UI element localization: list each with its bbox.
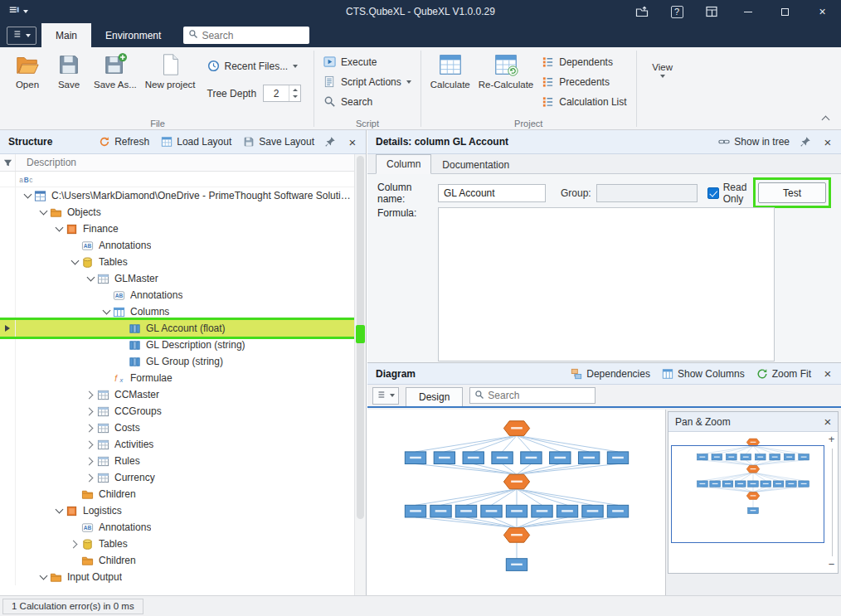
save-layout-button[interactable]: Save Layout (243, 136, 314, 148)
open-button[interactable]: Open (7, 49, 48, 90)
load-layout-button[interactable]: Load Layout (161, 136, 231, 148)
tree-item[interactable]: Children (0, 552, 354, 569)
recent-files-button[interactable]: Recent Files... (203, 56, 306, 75)
close-panel-button[interactable]: × (821, 367, 834, 380)
tree-item[interactable]: Children (0, 486, 354, 502)
pin-button[interactable] (800, 136, 811, 148)
tree-item[interactable]: Objects (0, 204, 354, 221)
expander-icon[interactable] (52, 502, 66, 519)
formula-editor[interactable] (438, 207, 775, 361)
tree-item[interactable]: Activities (0, 436, 354, 453)
close-panel-button[interactable]: × (821, 415, 834, 428)
tree-item[interactable]: GL Account (float) (0, 320, 354, 337)
application-menu-button[interactable] (7, 27, 36, 45)
test-button[interactable]: Test (758, 182, 826, 203)
ribbon-tab-main[interactable]: Main (41, 23, 91, 47)
expander-icon[interactable] (84, 453, 97, 469)
tree-item[interactable]: ABAnnotations (0, 519, 354, 536)
tree-item[interactable]: Tables (0, 254, 354, 270)
close-button[interactable]: × (804, 0, 841, 23)
filter-funnel-icon[interactable] (0, 154, 16, 171)
ribbon-search-box[interactable] (183, 27, 309, 44)
tree-depth-stepper[interactable]: 2 (263, 85, 301, 102)
tree-item[interactable]: Finance (0, 221, 354, 237)
tree-item[interactable]: GLMaster (0, 270, 354, 287)
dependencies-button[interactable]: Dependencies (571, 368, 650, 380)
diagram-menu-button[interactable] (372, 387, 399, 405)
tree-item[interactable]: Currency (0, 469, 354, 486)
tree-item[interactable]: Input Output (0, 569, 354, 585)
calculate-button[interactable]: Calculate (426, 49, 474, 90)
expander-icon[interactable] (84, 436, 97, 453)
tab-design[interactable]: Design (406, 387, 463, 406)
expander-icon[interactable] (21, 187, 34, 204)
minimize-button[interactable] (729, 0, 766, 23)
show-columns-button[interactable]: Show Columns (662, 368, 745, 380)
stepper-arrows[interactable] (289, 85, 300, 101)
expander-icon[interactable] (52, 221, 66, 237)
tree-item[interactable]: Costs (0, 420, 354, 436)
tab-column[interactable]: Column (376, 154, 431, 174)
quick-access-menu[interactable] (0, 5, 36, 19)
collapse-ribbon-button[interactable] (818, 114, 833, 125)
expander-icon[interactable] (68, 254, 81, 270)
precedents-button[interactable]: Precedents (537, 72, 630, 91)
diagram-search-input[interactable] (488, 390, 616, 401)
expander-icon[interactable] (84, 403, 97, 420)
dependents-button[interactable]: Dependents (537, 52, 630, 71)
auto-filter-row[interactable]: aBc (0, 172, 354, 187)
expander-icon[interactable] (36, 204, 50, 221)
script-actions-button[interactable]: Script Actions (319, 72, 416, 91)
new-project-button[interactable]: New project (141, 49, 200, 90)
tree-item[interactable]: fxFormulae (0, 370, 354, 386)
calculation-list-button[interactable]: Calculation List (537, 92, 630, 111)
close-panel-button[interactable]: × (346, 136, 359, 148)
tree-scrollbar[interactable] (354, 154, 366, 595)
view-dropdown-button[interactable]: View (642, 49, 683, 78)
tree-item[interactable]: CCMaster (0, 386, 354, 403)
execute-button[interactable]: Execute (319, 52, 416, 71)
tree-item[interactable]: ABAnnotations (0, 287, 354, 303)
tree-item[interactable]: Tables (0, 536, 354, 552)
tree-item[interactable]: C:\Users\MarkDiamond\OneDrive - PrimeTho… (0, 187, 354, 204)
pan-zoom-map[interactable]: + − (668, 432, 838, 573)
tree-item[interactable]: Logistics (0, 502, 354, 519)
expander-icon[interactable] (36, 569, 50, 585)
zoom-slider[interactable] (825, 446, 838, 559)
column-name-input[interactable] (438, 184, 546, 202)
expander-icon[interactable] (100, 303, 113, 320)
tree-item[interactable]: GL Group (string) (0, 353, 354, 370)
expander-icon[interactable] (68, 536, 81, 552)
tree-item[interactable]: GL Description (string) (0, 337, 354, 353)
layout-windows-button[interactable] (694, 0, 729, 23)
zoom-fit-button[interactable]: Zoom Fit (756, 368, 811, 380)
zoom-out-button[interactable]: − (829, 559, 835, 571)
ribbon-search-input[interactable] (202, 30, 330, 41)
save-as-button[interactable]: Save As... (90, 49, 141, 90)
tree-item[interactable]: Rules (0, 453, 354, 469)
diagram-canvas-area[interactable] (367, 410, 665, 595)
viewport-rectangle[interactable] (671, 445, 824, 543)
read-only-checkbox[interactable] (707, 187, 719, 199)
group-input[interactable] (596, 184, 698, 202)
expander-icon[interactable] (84, 270, 97, 287)
column-header-description[interactable]: Description (16, 157, 76, 168)
refresh-button[interactable]: Refresh (99, 136, 149, 148)
tree-item[interactable]: CCGroups (0, 403, 354, 420)
publish-button[interactable] (625, 0, 659, 23)
pin-button[interactable] (324, 136, 336, 148)
tree-item[interactable]: Columns (0, 303, 354, 320)
expander-icon[interactable] (84, 386, 97, 403)
zoom-in-button[interactable]: + (829, 434, 835, 446)
ribbon-tab-environment[interactable]: Environment (91, 23, 175, 47)
expander-icon[interactable] (84, 469, 97, 486)
close-panel-button[interactable]: × (821, 136, 834, 148)
script-search-button[interactable]: Search (319, 92, 416, 111)
tab-documentation[interactable]: Documentation (431, 155, 520, 174)
show-in-tree-button[interactable]: Show in tree (718, 136, 790, 148)
save-button[interactable]: Save (48, 49, 90, 90)
help-button[interactable]: ? (659, 0, 694, 23)
recalculate-button[interactable]: Re-Calculate (474, 49, 537, 90)
maximize-button[interactable] (766, 0, 804, 23)
read-only-control[interactable]: Read Only (707, 182, 753, 205)
